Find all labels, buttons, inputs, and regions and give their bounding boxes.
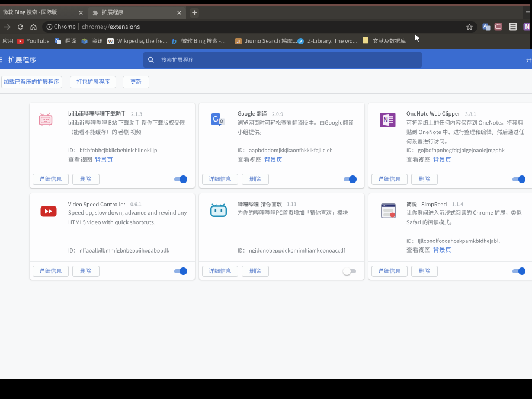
- svg-text:W: W: [108, 38, 113, 44]
- svg-text:Z: Z: [299, 38, 302, 44]
- svg-text:N: N: [383, 117, 387, 123]
- svg-text:b: b: [172, 37, 177, 44]
- svg-text:G: G: [213, 115, 218, 123]
- svg-text:N: N: [525, 24, 529, 30]
- svg-text:J: J: [237, 38, 240, 44]
